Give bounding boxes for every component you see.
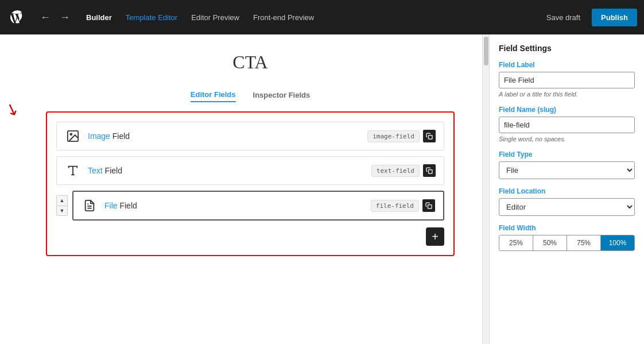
svg-rect-6 [429, 170, 433, 174]
field-label-heading: Field Label [499, 61, 635, 69]
right-panel: Field Settings Field Label A label or a … [489, 34, 644, 344]
width-100-button[interactable]: 100% [601, 235, 634, 250]
image-field-icon [65, 128, 81, 144]
publish-button[interactable]: Publish [592, 9, 637, 26]
file-field-row-wrapper: ▲ ▼ [56, 191, 444, 221]
canvas-scrollbar-thumb [484, 37, 488, 65]
field-label-input[interactable] [499, 72, 635, 88]
fields-container: Image Field image-field [46, 111, 455, 256]
field-row-image: Image Field image-field [56, 122, 444, 150]
field-row-file: File Field file-field [72, 191, 444, 221]
top-nav-links: Builder Template Editor Editor Preview F… [80, 10, 320, 25]
topbar: ← → Builder Template Editor Editor Previ… [0, 0, 644, 34]
file-field-icon [82, 198, 98, 214]
field-location-select[interactable]: Editor Inspector [499, 198, 635, 216]
file-field-copy-button[interactable] [422, 199, 435, 212]
field-label-group: Field Label A label or a title for this … [499, 61, 635, 98]
field-type-heading: Field Type [499, 150, 635, 159]
field-type-group: Field Type File Image Text Number Select [499, 150, 635, 179]
text-field-slug: text-field [371, 165, 420, 177]
canvas-area[interactable]: CTA Editor Fields Inspector Fields ↘ [0, 34, 489, 344]
image-field-slug: image-field [367, 130, 420, 142]
panel-title: Field Settings [499, 44, 635, 53]
field-name-group: Field Name (slug) Single word, no spaces… [499, 106, 635, 142]
wp-logo [7, 7, 28, 28]
width-75-button[interactable]: 75% [567, 235, 601, 250]
svg-rect-3 [429, 136, 433, 140]
top-right-actions: Save draft Publish [541, 9, 637, 26]
move-down-button[interactable]: ▼ [56, 206, 68, 216]
field-width-group: Field Width 25% 50% 75% 100% [499, 224, 635, 251]
tab-editor-fields[interactable]: Editor Fields [191, 90, 236, 102]
back-button[interactable]: ← [37, 9, 54, 26]
svg-point-2 [70, 133, 72, 135]
field-width-options: 25% 50% 75% 100% [499, 235, 635, 251]
move-up-button[interactable]: ▲ [56, 195, 68, 206]
field-row-text: Text Field text-field [56, 156, 444, 185]
image-field-copy-button[interactable] [423, 130, 436, 142]
save-draft-button[interactable]: Save draft [541, 10, 586, 25]
text-field-icon [65, 163, 81, 179]
width-25-button[interactable]: 25% [499, 235, 533, 250]
nav-frontend-preview[interactable]: Front-end Preview [247, 10, 320, 25]
field-tabs: Editor Fields Inspector Fields [23, 90, 478, 102]
image-field-name: Image Field [88, 132, 367, 141]
field-location-heading: Field Location [499, 187, 635, 195]
field-name-hint: Single word, no spaces. [499, 136, 635, 142]
width-50-button[interactable]: 50% [533, 235, 567, 250]
nav-builder[interactable]: Builder [80, 10, 118, 25]
field-type-select[interactable]: File Image Text Number Select [499, 161, 635, 179]
field-name-input[interactable] [499, 117, 635, 133]
nav-template-editor[interactable]: Template Editor [120, 10, 183, 25]
page-title: CTA [23, 52, 478, 73]
forward-button[interactable]: → [56, 9, 73, 26]
main-layout: CTA Editor Fields Inspector Fields ↘ [0, 34, 644, 344]
add-field-row: + [56, 227, 444, 246]
red-arrow: ↘ [3, 98, 22, 121]
file-field-name: File Field [104, 201, 371, 210]
field-location-group: Field Location Editor Inspector [499, 187, 635, 216]
field-name-heading: Field Name (slug) [499, 106, 635, 114]
svg-rect-9 [428, 205, 432, 209]
field-label-hint: A label or a title for this field. [499, 91, 635, 98]
nav-editor-preview[interactable]: Editor Preview [185, 10, 245, 25]
nav-arrows: ← → [37, 9, 73, 26]
text-field-name: Text Field [88, 166, 371, 175]
move-buttons: ▲ ▼ [56, 195, 68, 216]
tab-inspector-fields[interactable]: Inspector Fields [253, 90, 311, 102]
field-width-heading: Field Width [499, 224, 635, 232]
canvas-scrollbar [482, 34, 489, 344]
add-field-button[interactable]: + [426, 227, 444, 246]
text-field-copy-button[interactable] [423, 164, 436, 177]
file-field-slug: file-field [371, 200, 419, 212]
